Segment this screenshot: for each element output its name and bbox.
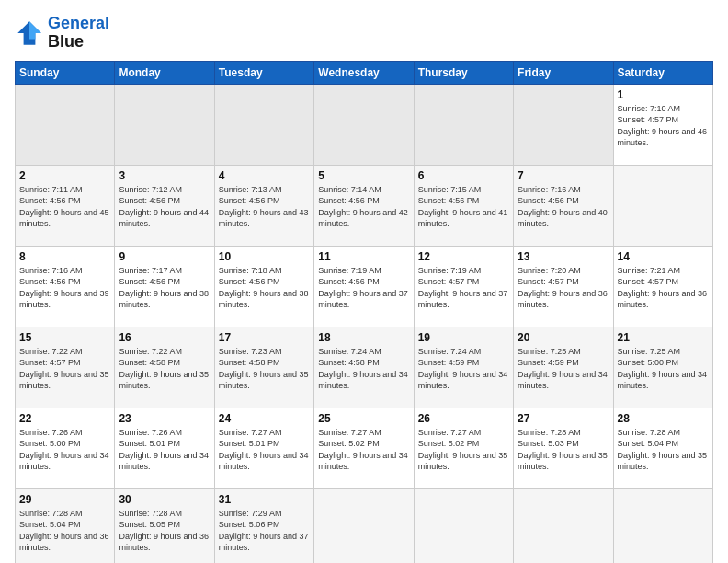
- week-row-6: 29 Sunrise: 7:28 AMSunset: 5:04 PMDaylig…: [16, 488, 713, 563]
- day-cell: 26 Sunrise: 7:27 AMSunset: 5:02 PMDaylig…: [414, 408, 513, 488]
- day-info: Sunrise: 7:28 AMSunset: 5:04 PMDaylight:…: [618, 427, 709, 473]
- day-cell: [16, 84, 115, 165]
- day-number: 21: [618, 331, 709, 344]
- day-info: Sunrise: 7:16 AMSunset: 4:56 PMDaylight:…: [518, 184, 609, 230]
- day-number: 3: [119, 169, 210, 182]
- day-cell: 19 Sunrise: 7:24 AMSunset: 4:59 PMDaylig…: [414, 327, 513, 408]
- day-info: Sunrise: 7:24 AMSunset: 4:58 PMDaylight:…: [318, 346, 409, 392]
- day-info: Sunrise: 7:27 AMSunset: 5:02 PMDaylight:…: [418, 427, 509, 473]
- day-info: Sunrise: 7:23 AMSunset: 4:58 PMDaylight:…: [219, 346, 310, 392]
- col-monday: Monday: [115, 61, 214, 84]
- day-info: Sunrise: 7:14 AMSunset: 4:56 PMDaylight:…: [318, 184, 409, 230]
- day-cell: 30 Sunrise: 7:28 AMSunset: 5:05 PMDaylig…: [115, 488, 214, 563]
- day-cell: 13 Sunrise: 7:20 AMSunset: 4:57 PMDaylig…: [514, 246, 613, 327]
- week-row-5: 22 Sunrise: 7:26 AMSunset: 5:00 PMDaylig…: [16, 408, 713, 488]
- day-cell: [414, 84, 513, 165]
- day-cell: 20 Sunrise: 7:25 AMSunset: 4:59 PMDaylig…: [514, 327, 613, 408]
- day-info: Sunrise: 7:28 AMSunset: 5:05 PMDaylight:…: [119, 508, 210, 554]
- day-cell: 14 Sunrise: 7:21 AMSunset: 4:57 PMDaylig…: [613, 246, 712, 327]
- col-tuesday: Tuesday: [214, 61, 313, 84]
- col-thursday: Thursday: [414, 61, 513, 84]
- page: General Blue Sunday Monday Tuesday Wedne…: [0, 0, 728, 563]
- day-cell: 11 Sunrise: 7:19 AMSunset: 4:56 PMDaylig…: [314, 246, 414, 327]
- week-row-4: 15 Sunrise: 7:22 AMSunset: 4:57 PMDaylig…: [16, 327, 713, 408]
- week-row-1: 1 Sunrise: 7:10 AMSunset: 4:57 PMDayligh…: [16, 84, 713, 165]
- day-info: Sunrise: 7:11 AMSunset: 4:56 PMDaylight:…: [19, 184, 110, 230]
- day-info: Sunrise: 7:12 AMSunset: 4:56 PMDaylight:…: [119, 184, 210, 230]
- day-number: 30: [119, 493, 210, 506]
- day-number: 23: [119, 412, 210, 425]
- day-info: Sunrise: 7:20 AMSunset: 4:57 PMDaylight:…: [518, 265, 609, 311]
- day-cell: 24 Sunrise: 7:27 AMSunset: 5:01 PMDaylig…: [214, 408, 313, 488]
- day-cell: 28 Sunrise: 7:28 AMSunset: 5:04 PMDaylig…: [613, 408, 712, 488]
- day-number: 8: [19, 250, 110, 263]
- day-info: Sunrise: 7:26 AMSunset: 5:00 PMDaylight:…: [19, 427, 110, 473]
- day-cell: 23 Sunrise: 7:26 AMSunset: 5:01 PMDaylig…: [115, 408, 214, 488]
- day-cell: [514, 488, 613, 563]
- day-cell: [314, 488, 414, 563]
- day-cell: 17 Sunrise: 7:23 AMSunset: 4:58 PMDaylig…: [214, 327, 313, 408]
- day-cell: 1 Sunrise: 7:10 AMSunset: 4:57 PMDayligh…: [613, 84, 712, 165]
- day-number: 7: [518, 169, 609, 182]
- day-number: 28: [618, 412, 709, 425]
- day-info: Sunrise: 7:27 AMSunset: 5:02 PMDaylight:…: [318, 427, 409, 473]
- weekday-header-row: Sunday Monday Tuesday Wednesday Thursday…: [16, 61, 713, 84]
- col-saturday: Saturday: [613, 61, 712, 84]
- day-cell: 27 Sunrise: 7:28 AMSunset: 5:03 PMDaylig…: [514, 408, 613, 488]
- day-cell: 2 Sunrise: 7:11 AMSunset: 4:56 PMDayligh…: [16, 165, 115, 246]
- day-cell: 4 Sunrise: 7:13 AMSunset: 4:56 PMDayligh…: [214, 165, 313, 246]
- day-cell: 22 Sunrise: 7:26 AMSunset: 5:00 PMDaylig…: [16, 408, 115, 488]
- calendar-body: 1 Sunrise: 7:10 AMSunset: 4:57 PMDayligh…: [16, 84, 713, 563]
- day-number: 10: [219, 250, 310, 263]
- day-info: Sunrise: 7:19 AMSunset: 4:56 PMDaylight:…: [318, 265, 409, 311]
- day-cell: 12 Sunrise: 7:19 AMSunset: 4:57 PMDaylig…: [414, 246, 513, 327]
- day-number: 25: [318, 412, 409, 425]
- day-cell: [613, 165, 712, 246]
- day-number: 22: [19, 412, 110, 425]
- day-info: Sunrise: 7:24 AMSunset: 4:59 PMDaylight:…: [418, 346, 509, 392]
- day-cell: 21 Sunrise: 7:25 AMSunset: 5:00 PMDaylig…: [613, 327, 712, 408]
- day-info: Sunrise: 7:22 AMSunset: 4:58 PMDaylight:…: [119, 346, 210, 392]
- day-number: 11: [318, 250, 409, 263]
- week-row-3: 8 Sunrise: 7:16 AMSunset: 4:56 PMDayligh…: [16, 246, 713, 327]
- day-number: 19: [418, 331, 509, 344]
- day-info: Sunrise: 7:10 AMSunset: 4:57 PMDaylight:…: [618, 103, 709, 149]
- day-cell: 3 Sunrise: 7:12 AMSunset: 4:56 PMDayligh…: [115, 165, 214, 246]
- day-info: Sunrise: 7:16 AMSunset: 4:56 PMDaylight:…: [19, 265, 110, 311]
- logo-text: General Blue: [48, 15, 109, 52]
- day-cell: 8 Sunrise: 7:16 AMSunset: 4:56 PMDayligh…: [16, 246, 115, 327]
- day-cell: [115, 84, 214, 165]
- day-number: 16: [119, 331, 210, 344]
- day-number: 13: [518, 250, 609, 263]
- day-cell: 6 Sunrise: 7:15 AMSunset: 4:56 PMDayligh…: [414, 165, 513, 246]
- day-number: 15: [19, 331, 110, 344]
- day-info: Sunrise: 7:26 AMSunset: 5:01 PMDaylight:…: [119, 427, 210, 473]
- day-cell: 15 Sunrise: 7:22 AMSunset: 4:57 PMDaylig…: [16, 327, 115, 408]
- day-cell: 7 Sunrise: 7:16 AMSunset: 4:56 PMDayligh…: [514, 165, 613, 246]
- day-cell: 16 Sunrise: 7:22 AMSunset: 4:58 PMDaylig…: [115, 327, 214, 408]
- day-info: Sunrise: 7:17 AMSunset: 4:56 PMDaylight:…: [119, 265, 210, 311]
- day-info: Sunrise: 7:28 AMSunset: 5:04 PMDaylight:…: [19, 508, 110, 554]
- header: General Blue: [15, 15, 713, 52]
- day-number: 31: [219, 493, 310, 506]
- day-info: Sunrise: 7:25 AMSunset: 5:00 PMDaylight:…: [618, 346, 709, 392]
- day-number: 14: [618, 250, 709, 263]
- day-cell: 18 Sunrise: 7:24 AMSunset: 4:58 PMDaylig…: [314, 327, 414, 408]
- calendar-table: Sunday Monday Tuesday Wednesday Thursday…: [15, 61, 713, 563]
- day-cell: 5 Sunrise: 7:14 AMSunset: 4:56 PMDayligh…: [314, 165, 414, 246]
- day-number: 18: [318, 331, 409, 344]
- week-row-2: 2 Sunrise: 7:11 AMSunset: 4:56 PMDayligh…: [16, 165, 713, 246]
- day-info: Sunrise: 7:18 AMSunset: 4:56 PMDaylight:…: [219, 265, 310, 311]
- day-cell: [214, 84, 313, 165]
- day-cell: 10 Sunrise: 7:18 AMSunset: 4:56 PMDaylig…: [214, 246, 313, 327]
- day-number: 17: [219, 331, 310, 344]
- day-info: Sunrise: 7:13 AMSunset: 4:56 PMDaylight:…: [219, 184, 310, 230]
- day-cell: 29 Sunrise: 7:28 AMSunset: 5:04 PMDaylig…: [16, 488, 115, 563]
- logo-icon: [15, 18, 44, 48]
- col-sunday: Sunday: [16, 61, 115, 84]
- day-number: 5: [318, 169, 409, 182]
- day-number: 4: [219, 169, 310, 182]
- day-number: 2: [19, 169, 110, 182]
- col-friday: Friday: [514, 61, 613, 84]
- day-number: 24: [219, 412, 310, 425]
